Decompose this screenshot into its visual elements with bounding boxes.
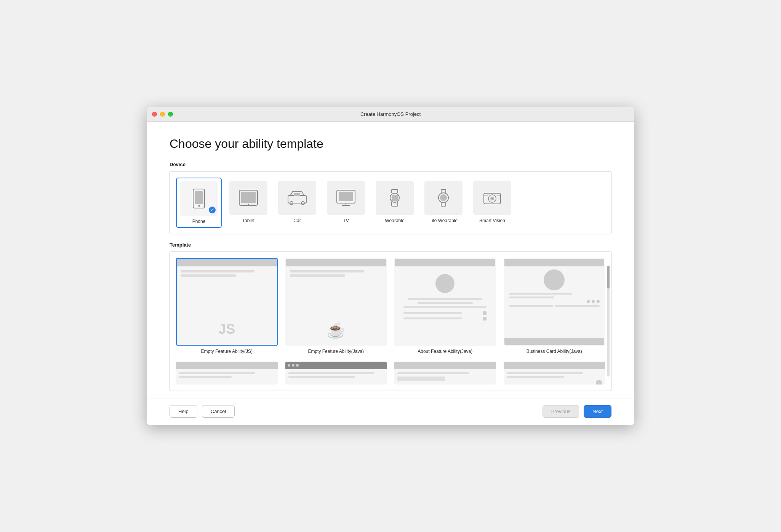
device-item-tablet[interactable]: Tablet [226, 178, 270, 228]
footer-right: Previous Next [543, 405, 611, 418]
device-label-car: Car [293, 218, 301, 223]
device-icon-box-phone: ✓ [180, 181, 218, 216]
footer: Help Cancel Previous Next [147, 399, 634, 425]
close-button[interactable] [152, 112, 157, 117]
maximize-button[interactable] [168, 112, 173, 117]
device-label-tablet: Tablet [242, 218, 254, 223]
device-icon-box-wearable [376, 181, 414, 215]
svg-point-5 [248, 204, 249, 205]
page-title: Choose your ability template [170, 137, 611, 151]
template-label-about-java: About Feature Ability(Java) [418, 349, 472, 354]
template-item-empty-java[interactable]: ☕ Empty Feature Ability(Java) [285, 258, 387, 354]
scrollbar-track[interactable] [607, 266, 610, 377]
tablet-icon [238, 189, 258, 206]
template-item-row2-1[interactable] [176, 362, 278, 385]
device-icon-box-car [278, 181, 316, 215]
minimize-button[interactable] [160, 112, 165, 117]
phone-icon [192, 189, 206, 208]
traffic-lights [152, 112, 173, 117]
device-item-wearable[interactable]: Wearable [373, 178, 417, 228]
template-preview-row2-3 [394, 362, 496, 385]
device-icon-box-tablet [229, 181, 267, 215]
selected-check: ✓ [209, 207, 216, 213]
template-preview-about-java [394, 258, 496, 346]
device-icon-box-tv [327, 181, 365, 215]
js-logo: JS [218, 321, 235, 337]
template-section: JS Empty Feature Ability(JS) ☕ Empty F [170, 252, 611, 391]
previous-button[interactable]: Previous [543, 405, 579, 418]
template-item-row2-3[interactable] [394, 362, 496, 385]
svg-point-18 [440, 194, 447, 201]
main-content: Choose your ability template Device ✓ Ph… [147, 122, 634, 399]
device-label-phone: Phone [192, 219, 206, 224]
template-label-empty-js: Empty Feature Ability(JS) [201, 349, 253, 354]
svg-rect-11 [339, 192, 353, 201]
svg-rect-4 [241, 192, 256, 203]
template-grid: JS Empty Feature Ability(JS) ☕ Empty F [176, 258, 605, 385]
template-section-label: Template [170, 242, 611, 248]
tv-icon [335, 189, 357, 207]
device-item-smart-vision[interactable]: Smart Vision [470, 178, 514, 228]
help-button[interactable]: Help [170, 405, 197, 418]
svg-rect-9 [294, 193, 300, 196]
template-item-empty-js[interactable]: JS Empty Feature Ability(JS) [176, 258, 278, 354]
template-item-row2-2[interactable] [285, 362, 387, 385]
footer-left: Help Cancel [170, 405, 235, 418]
cancel-button[interactable]: Cancel [202, 405, 235, 418]
car-icon [286, 190, 308, 205]
svg-point-2 [198, 205, 200, 207]
template-item-row2-4[interactable] [504, 362, 605, 385]
device-label-smart-vision: Smart Vision [479, 218, 505, 223]
svg-rect-1 [195, 191, 203, 204]
scrollbar-thumb[interactable] [607, 266, 610, 288]
device-item-phone[interactable]: ✓ Phone [176, 178, 222, 228]
template-item-about-java[interactable]: About Feature Ability(Java) [394, 258, 496, 354]
next-button[interactable]: Next [584, 405, 611, 418]
device-item-car[interactable]: Car [275, 178, 319, 228]
lite-wearable-icon [436, 188, 451, 208]
title-bar: Create HarmonyOS Project [147, 107, 634, 122]
template-preview-business-java [504, 258, 605, 346]
device-label-tv: TV [343, 218, 349, 223]
device-label-lite-wearable: Lite Wearable [429, 218, 458, 223]
template-preview-empty-js: JS [176, 258, 278, 346]
device-section-label: Device [170, 162, 611, 167]
wearable-icon [387, 188, 402, 208]
device-label-wearable: Wearable [385, 218, 404, 223]
template-preview-empty-java: ☕ [285, 258, 387, 346]
template-label-business-java: Business Card Ability(Java) [527, 349, 582, 354]
smart-vision-icon [482, 190, 502, 205]
window-title: Create HarmonyOS Project [360, 111, 421, 117]
template-preview-row2-4 [504, 362, 605, 385]
template-label-empty-java: Empty Feature Ability(Java) [308, 349, 364, 354]
template-preview-row2-1 [176, 362, 278, 385]
device-icon-box-smart-vision [473, 181, 511, 215]
svg-rect-16 [392, 195, 398, 201]
svg-point-22 [491, 198, 493, 199]
device-icon-box-lite-wearable [424, 181, 463, 215]
template-item-business-java[interactable]: Business Card Ability(Java) [504, 258, 605, 354]
template-preview-row2-2 [285, 362, 387, 385]
device-section: ✓ Phone Tablet [170, 171, 611, 234]
coffee-icon: ☕ [326, 321, 346, 339]
device-item-lite-wearable[interactable]: Lite Wearable [421, 178, 466, 228]
main-window: Create HarmonyOS Project Choose your abi… [147, 107, 634, 425]
device-item-tv[interactable]: TV [324, 178, 368, 228]
device-grid: ✓ Phone Tablet [176, 178, 605, 228]
